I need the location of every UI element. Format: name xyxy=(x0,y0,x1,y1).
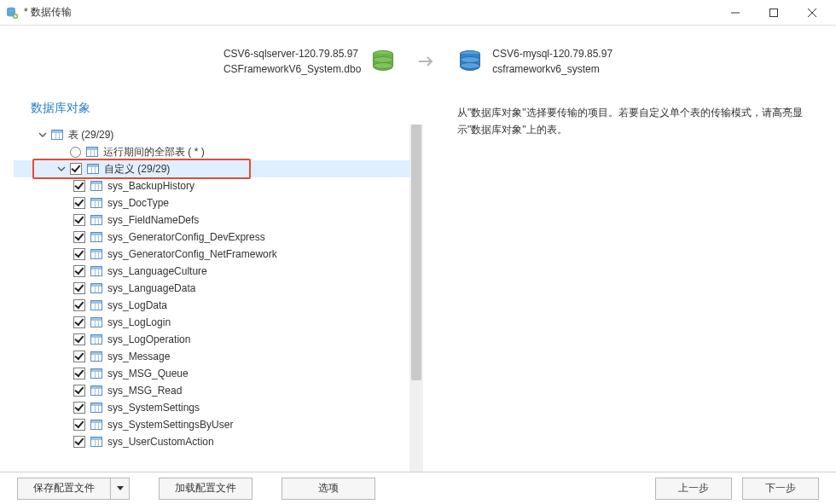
row-label: sys_LogOperation xyxy=(107,333,190,345)
table-icon xyxy=(90,351,102,362)
svg-point-0 xyxy=(7,7,15,10)
tree-table-item[interactable]: sys_LogData xyxy=(14,297,409,314)
checkbox[interactable] xyxy=(70,163,82,175)
row-label: sys_LogData xyxy=(107,299,167,311)
tree-table-item[interactable]: sys_LanguageCulture xyxy=(14,263,409,280)
row-label: sys_Message xyxy=(107,350,170,362)
row-label: sys_FieldNameDefs xyxy=(107,214,199,226)
window-minimize-button[interactable] xyxy=(716,0,754,26)
tree-custom-group[interactable]: 自定义 (29/29) xyxy=(14,160,409,177)
table-icon xyxy=(90,420,102,430)
app-db-icon xyxy=(5,6,19,20)
tree-runtime-all[interactable]: 运行期间的全部表 ( * ) xyxy=(14,143,409,160)
checkbox[interactable] xyxy=(73,350,85,362)
tree-table-item[interactable]: sys_GeneratorConfig_DevExpress xyxy=(14,229,409,246)
checkbox[interactable] xyxy=(73,402,85,414)
scrollbar-thumb[interactable] xyxy=(411,125,421,380)
bottom-bar: 保存配置文件 加载配置文件 选项 上一步 下一步 xyxy=(0,472,836,504)
table-icon xyxy=(90,368,102,379)
table-icon xyxy=(90,403,102,413)
window-close-button[interactable] xyxy=(792,0,831,26)
table-icon xyxy=(90,215,102,225)
row-label: sys_SystemSettingsByUser xyxy=(107,419,233,431)
source-server: CSV6-sqlserver-120.79.85.97 xyxy=(224,46,361,61)
tree-table-item[interactable]: sys_DocType xyxy=(14,194,409,211)
checkbox[interactable] xyxy=(73,385,85,397)
row-label: 自定义 (29/29) xyxy=(104,162,170,177)
checkbox[interactable] xyxy=(73,265,85,277)
save-profile-button[interactable]: 保存配置文件 xyxy=(17,478,111,500)
row-label: sys_MSG_Queue xyxy=(107,368,189,379)
source-database: CSFrameworkV6_System.dbo xyxy=(224,61,361,77)
window-title: * 数据传输 xyxy=(24,5,72,20)
checkbox[interactable] xyxy=(73,316,85,328)
checkbox[interactable] xyxy=(73,248,85,260)
options-button[interactable]: 选项 xyxy=(282,478,375,500)
table-icon xyxy=(90,437,102,447)
checkbox[interactable] xyxy=(73,436,85,448)
row-label: 表 (29/29) xyxy=(68,128,113,142)
checkbox[interactable] xyxy=(73,419,85,431)
row-label: sys_SystemSettings xyxy=(107,402,200,414)
table-icon xyxy=(86,147,98,157)
tree-table-item[interactable]: sys_LogOperation xyxy=(14,331,409,348)
connection-header: CSV6-sqlserver-120.79.85.97 CSFrameworkV… xyxy=(14,26,822,96)
row-label: sys_GeneratorConfig_DevExpress xyxy=(107,231,265,243)
next-button[interactable]: 下一步 xyxy=(742,478,819,500)
checkbox[interactable] xyxy=(73,231,85,243)
checkbox[interactable] xyxy=(73,333,85,345)
checkbox[interactable] xyxy=(73,180,85,192)
tree-table-item[interactable]: sys_MSG_Queue xyxy=(14,365,409,382)
row-label: sys_MSG_Read xyxy=(107,385,182,397)
radio[interactable] xyxy=(70,147,81,158)
checkbox[interactable] xyxy=(73,197,85,209)
database-target-icon xyxy=(460,50,480,72)
target-server: CSV6-mysql-120.79.85.97 xyxy=(492,46,612,61)
checkbox[interactable] xyxy=(73,299,85,311)
section-title: 数据库对象 xyxy=(14,96,423,125)
tree-table-item[interactable]: sys_BackupHistory xyxy=(14,177,409,194)
tree-table-item[interactable]: sys_GeneratorConfig_NetFramework xyxy=(14,246,409,263)
row-label: sys_GeneratorConfig_NetFramework xyxy=(107,248,277,260)
table-icon xyxy=(90,249,102,259)
table-icon xyxy=(90,334,102,345)
svg-rect-2 xyxy=(769,9,777,16)
table-icon xyxy=(87,164,99,174)
load-profile-button[interactable]: 加载配置文件 xyxy=(159,478,253,500)
arrow-right-icon xyxy=(419,55,434,67)
table-icon xyxy=(90,300,102,310)
checkbox[interactable] xyxy=(73,282,85,294)
table-icon xyxy=(90,317,102,327)
tree-table-item[interactable]: sys_Message xyxy=(14,348,409,365)
title-bar: * 数据传输 xyxy=(0,0,836,26)
table-icon xyxy=(51,130,63,140)
tree-table-item[interactable]: sys_SystemSettingsByUser xyxy=(14,416,409,433)
tree-table-item[interactable]: sys_UserCustomAction xyxy=(14,433,409,450)
row-label: sys_DocType xyxy=(107,197,169,209)
row-label: sys_BackupHistory xyxy=(107,180,194,192)
window-maximize-button[interactable] xyxy=(754,0,792,26)
row-label: 运行期间的全部表 ( * ) xyxy=(103,145,205,159)
table-icon xyxy=(90,232,102,242)
chevron-down-icon[interactable] xyxy=(36,128,49,142)
row-label: sys_LogLogin xyxy=(107,316,171,328)
table-icon xyxy=(90,283,102,293)
tree-table-item[interactable]: sys_SystemSettings xyxy=(14,399,409,416)
save-profile-dropdown[interactable] xyxy=(111,478,130,500)
source-connection: CSV6-sqlserver-120.79.85.97 CSFrameworkV… xyxy=(224,46,393,77)
tree-root-tables[interactable]: 表 (29/29) xyxy=(14,126,409,143)
target-database: csframeworkv6_system xyxy=(492,61,612,77)
row-label: sys_LanguageCulture xyxy=(107,265,207,277)
table-icon xyxy=(90,385,102,396)
checkbox[interactable] xyxy=(73,214,85,226)
table-icon xyxy=(90,181,102,191)
tree-table-item[interactable]: sys_LogLogin xyxy=(14,314,409,331)
tree-scrollbar[interactable] xyxy=(409,125,423,472)
prev-button[interactable]: 上一步 xyxy=(655,478,732,500)
chevron-down-icon[interactable] xyxy=(55,162,68,176)
tree-table-item[interactable]: sys_FieldNameDefs xyxy=(14,211,409,229)
tree-table-item[interactable]: sys_MSG_Read xyxy=(14,382,409,399)
table-icon xyxy=(90,198,102,208)
tree-table-item[interactable]: sys_LanguageData xyxy=(14,280,409,297)
checkbox[interactable] xyxy=(73,368,85,379)
